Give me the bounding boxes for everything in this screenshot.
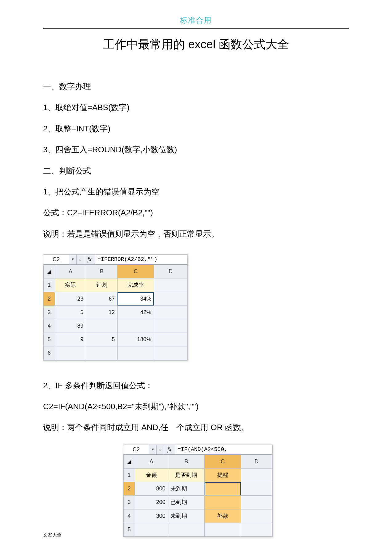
cancel-icon: ○: [157, 445, 164, 454]
cell[interactable]: 补款: [205, 509, 241, 523]
cell[interactable]: 42%: [117, 305, 154, 319]
cell[interactable]: 12: [86, 305, 118, 319]
row-header[interactable]: 3: [44, 305, 55, 319]
cell[interactable]: 89: [55, 319, 86, 333]
formula-label-2: C2=IF(AND(A2<500,B2="未到期"),"补款",""): [43, 397, 349, 416]
col-header-c[interactable]: C: [117, 265, 154, 278]
formula-bar: C2 ▼ ○ fx =IF(AND(A2<500,: [123, 445, 272, 455]
row-header[interactable]: 2: [44, 292, 55, 305]
spreadsheet-grid[interactable]: ◢ A B C D 1 实际 计划 完成率 2 23 67 34%: [43, 265, 187, 360]
row-header[interactable]: 2: [124, 482, 135, 496]
section1-heading: 一、数字办理: [43, 77, 349, 96]
cell[interactable]: 180%: [117, 333, 154, 346]
item-1-2: 2、取整=INT(数字): [43, 119, 349, 138]
row-header[interactable]: 1: [44, 278, 55, 292]
cell[interactable]: 200: [135, 496, 168, 509]
col-header-c[interactable]: C: [205, 455, 241, 468]
item-1-1: 1、取绝对值=ABS(数字): [43, 98, 349, 117]
page-header-label: 标准合用: [43, 15, 349, 29]
select-all-corner[interactable]: ◢: [124, 455, 135, 468]
formula-bar: C2 ▼ ○ fx =IFERROR(A2/B2,""): [43, 255, 187, 265]
cell[interactable]: [241, 468, 272, 482]
footer-label: 文案大全: [43, 532, 62, 538]
cell[interactable]: 金额: [135, 468, 168, 482]
item-2-1: 1、把公式产生的错误值显示为空: [43, 182, 349, 201]
cell[interactable]: [154, 278, 187, 292]
cell[interactable]: [135, 523, 168, 536]
body-text: 一、数字办理 1、取绝对值=ABS(数字) 2、取整=INT(数字) 3、四舍五…: [43, 77, 349, 537]
cell[interactable]: [241, 523, 272, 536]
cell[interactable]: 计划: [86, 278, 118, 292]
formula-input[interactable]: =IFERROR(A2/B2,""): [95, 255, 187, 264]
name-box-dropdown-icon[interactable]: ▼: [69, 255, 77, 264]
fx-icon[interactable]: fx: [84, 255, 95, 264]
cell[interactable]: [168, 523, 205, 536]
cell[interactable]: 800: [135, 482, 168, 496]
excel-screenshot-1: C2 ▼ ○ fx =IFERROR(A2/B2,"") ◢ A B C D 1…: [43, 254, 188, 360]
cell[interactable]: 5: [86, 333, 118, 346]
cell[interactable]: [117, 346, 154, 360]
cell[interactable]: 67: [86, 292, 118, 305]
cell[interactable]: [154, 292, 187, 305]
cell[interactable]: 已到期: [168, 496, 205, 509]
item-1-3: 3、四舍五入=ROUND(数字,小数位数): [43, 140, 349, 159]
cell[interactable]: [117, 319, 154, 333]
row-header[interactable]: 6: [44, 346, 55, 360]
cell[interactable]: [154, 333, 187, 346]
section2-heading: 二、判断公式: [43, 161, 349, 180]
cell[interactable]: 9: [55, 333, 86, 346]
excel-screenshot-2: C2 ▼ ○ fx =IF(AND(A2<500, ◢ A B C D 1 金额…: [123, 445, 273, 537]
explain-1: 说明：若是是错误值则显示为空，否则正常显示。: [43, 224, 349, 243]
col-header-b[interactable]: B: [168, 455, 205, 468]
cell[interactable]: 300: [135, 509, 168, 523]
col-header-d[interactable]: D: [241, 455, 272, 468]
cell[interactable]: [154, 319, 187, 333]
cell[interactable]: [205, 496, 241, 509]
cancel-icon: ○: [77, 255, 84, 264]
spreadsheet-grid[interactable]: ◢ A B C D 1 金额 是否到期 提醒 2 800 未到期: [123, 455, 272, 537]
col-header-a[interactable]: A: [135, 455, 168, 468]
cell[interactable]: [86, 319, 118, 333]
cell[interactable]: [205, 523, 241, 536]
name-box[interactable]: C2: [43, 255, 69, 264]
formula-input[interactable]: =IF(AND(A2<500,: [175, 445, 272, 454]
item-2-2: 2、IF 多条件判断返回值公式：: [43, 376, 349, 395]
cell[interactable]: [55, 346, 86, 360]
col-header-d[interactable]: D: [154, 265, 187, 278]
name-box-dropdown-icon[interactable]: ▼: [149, 445, 157, 454]
cell[interactable]: 23: [55, 292, 86, 305]
col-header-a[interactable]: A: [55, 265, 86, 278]
cell[interactable]: 提醒: [205, 468, 241, 482]
document-title: 工作中最常用的 excel 函数公式大全: [43, 37, 349, 52]
cell[interactable]: [241, 482, 272, 496]
formula-label-1: 公式：C2=IFERROR(A2/B2,""): [43, 203, 349, 222]
col-header-b[interactable]: B: [86, 265, 118, 278]
cell[interactable]: [241, 496, 272, 509]
active-cell[interactable]: 34%: [117, 292, 154, 305]
cell[interactable]: 实际: [55, 278, 86, 292]
cell[interactable]: 未到期: [168, 509, 205, 523]
explain-2: 说明：两个条件同时成立用 AND,任一个成立用 OR 函数。: [43, 418, 349, 437]
cell[interactable]: 5: [55, 305, 86, 319]
row-header[interactable]: 5: [124, 523, 135, 536]
select-all-corner[interactable]: ◢: [44, 265, 55, 278]
row-header[interactable]: 4: [124, 509, 135, 523]
row-header[interactable]: 1: [124, 468, 135, 482]
row-header[interactable]: 5: [44, 333, 55, 346]
cell[interactable]: [241, 509, 272, 523]
row-header[interactable]: 4: [44, 319, 55, 333]
cell[interactable]: [154, 305, 187, 319]
cell[interactable]: 完成率: [117, 278, 154, 292]
cell[interactable]: 未到期: [168, 482, 205, 496]
cell[interactable]: [154, 346, 187, 360]
fx-icon[interactable]: fx: [164, 445, 175, 454]
active-cell[interactable]: [205, 482, 241, 496]
cell[interactable]: [86, 346, 118, 360]
cell[interactable]: 是否到期: [168, 468, 205, 482]
name-box[interactable]: C2: [123, 445, 149, 454]
row-header[interactable]: 3: [124, 496, 135, 509]
